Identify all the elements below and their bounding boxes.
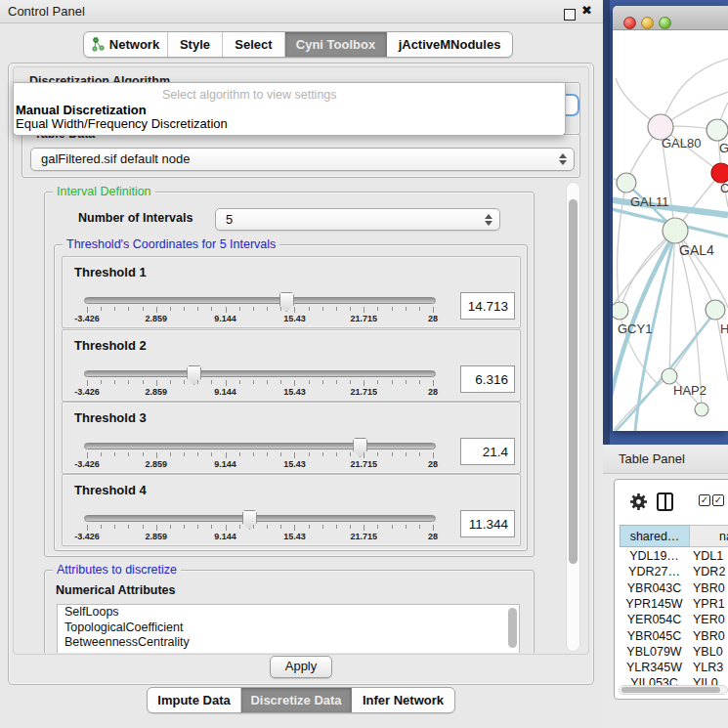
cell-shared-name[interactable]: YER054C <box>620 613 689 626</box>
tab-infer-network[interactable]: Infer Network <box>352 688 454 712</box>
table-row[interactable]: YDR27…YDR2 <box>615 565 728 580</box>
num-intervals-combobox[interactable]: 5 <box>215 208 500 231</box>
cell-name[interactable]: YPR1 <box>693 597 728 611</box>
apply-button[interactable]: Apply <box>270 656 332 678</box>
slider-tick <box>267 452 268 456</box>
window-minimize-button[interactable] <box>641 17 654 29</box>
attribute-list-item[interactable]: BetweennessCentrality <box>58 635 519 651</box>
slider-tick <box>377 380 378 384</box>
list-scrollbar-thumb[interactable] <box>508 608 517 648</box>
table-row[interactable]: YBL079WYBL0 <box>615 645 728 661</box>
threshold-value-field[interactable]: 14.713 <box>460 292 515 320</box>
tab-discretize-data[interactable]: Discretize Data <box>241 688 352 712</box>
node-gcy1[interactable] <box>613 302 628 320</box>
threshold-slider-thumb[interactable] <box>353 438 367 457</box>
gear-icon[interactable] <box>629 492 648 511</box>
threshold-slider-thumb[interactable] <box>187 365 201 385</box>
threshold-label: Threshold 3 <box>74 410 147 425</box>
close-panel-icon[interactable]: ✖ <box>581 3 592 18</box>
algorithm-placeholder-item[interactable]: Select algorithm to view settings <box>162 88 337 102</box>
float-panel-button[interactable] <box>564 9 576 21</box>
slider-tick <box>364 307 364 313</box>
settings-scrollbar-thumb[interactable] <box>569 199 578 564</box>
cell-name[interactable]: YLR3 <box>693 661 728 674</box>
threshold-slider-track[interactable] <box>84 297 436 304</box>
table-hscrollbar[interactable] <box>619 685 728 695</box>
node-gal4[interactable] <box>663 218 688 243</box>
tab-discretize-data-label: Discretize Data <box>250 693 341 707</box>
window-close-button[interactable] <box>623 17 636 29</box>
table-row[interactable]: YLR345WYLR3 <box>615 661 728 676</box>
cell-name[interactable]: YBL0 <box>693 645 728 659</box>
node-h[interactable] <box>706 300 725 320</box>
slider-tick <box>211 525 212 529</box>
table-row[interactable]: YBR043CYBR0 <box>615 581 728 597</box>
cell-shared-name[interactable]: YBR045C <box>620 629 689 643</box>
slider-tick <box>170 525 171 529</box>
slider-tick <box>406 307 407 311</box>
threshold-value-field[interactable]: 11.344 <box>460 510 515 537</box>
table-data-combobox[interactable]: galFiltered.sif default node <box>30 148 575 171</box>
slider-tick <box>170 452 171 456</box>
table-row[interactable]: YDL19…YDL1 <box>615 549 728 565</box>
attribute-list-item[interactable]: TopologicalCoefficient <box>58 621 519 636</box>
table-hscrollbar-thumb[interactable] <box>621 687 720 693</box>
algorithm-item-equal-width[interactable]: Equal Width/Frequency Discretization <box>16 116 228 131</box>
network-nodes[interactable] <box>613 114 728 416</box>
slider-tick-label: 15.43 <box>283 532 306 541</box>
tab-network[interactable]: Network <box>84 32 168 57</box>
desktop-edge-shadow <box>603 0 610 445</box>
threshold-slider-track[interactable] <box>84 370 436 377</box>
tab-jactivemnodules[interactable]: jActiveMNodules <box>387 32 512 57</box>
table-row[interactable]: YER054CYER0 <box>615 613 728 628</box>
threshold-slider-thumb[interactable] <box>242 510 257 530</box>
threshold-slider-track[interactable] <box>84 443 436 450</box>
cell-name[interactable]: YER0 <box>693 613 728 626</box>
tab-cyni-toolbox-label: Cyni Toolbox <box>296 37 375 52</box>
control-panel-title: Control Panel <box>8 4 85 19</box>
split-columns-icon[interactable] <box>657 492 673 511</box>
cell-name[interactable]: YDR2 <box>693 565 728 578</box>
slider-tick-label: 9.144 <box>214 387 236 397</box>
tab-cyni-toolbox[interactable]: Cyni Toolbox <box>285 32 387 57</box>
slider-tick-label: 9.144 <box>214 459 236 469</box>
node-partial[interactable] <box>695 403 708 416</box>
cell-shared-name[interactable]: YDL19… <box>620 549 689 563</box>
node-hap2[interactable] <box>662 368 677 384</box>
threshold-slider-track[interactable] <box>84 515 436 522</box>
slider-tick-label: 9.144 <box>214 532 236 541</box>
cell-shared-name[interactable]: YDR27… <box>620 565 689 578</box>
threshold-value-field[interactable]: 6.316 <box>460 365 515 393</box>
column-header-shared-name[interactable]: shared… <box>620 525 690 547</box>
network-window-titlebar[interactable] <box>613 6 728 30</box>
cell-name[interactable]: YBR0 <box>693 629 728 643</box>
table-row[interactable]: YBR045CYBR0 <box>615 629 728 645</box>
network-canvas[interactable]: GAL80 GA C GAL11 GAL4 GCY1 H HAP2 <box>613 29 728 431</box>
cell-shared-name[interactable]: YBL079W <box>620 645 689 659</box>
cell-name[interactable]: YDL1 <box>693 549 728 563</box>
checkbox-icon[interactable]: ✓ <box>699 494 710 506</box>
slider-tick <box>419 307 420 311</box>
threshold-value-field[interactable]: 21.4 <box>460 438 515 465</box>
cell-name[interactable]: YBR0 <box>693 581 728 595</box>
cell-shared-name[interactable]: YBR043C <box>620 581 689 595</box>
checkbox-icon[interactable]: ✓ <box>712 494 724 506</box>
algorithm-item-manual[interactable]: Manual Discretization <box>16 103 147 117</box>
node-gal11[interactable] <box>617 173 636 193</box>
tab-impute-data[interactable]: Impute Data <box>148 688 241 712</box>
window-zoom-button[interactable] <box>659 17 671 29</box>
settings-scrollbar[interactable] <box>566 182 580 652</box>
node-selected-red[interactable] <box>711 163 728 183</box>
slider-tick-label: 21.715 <box>350 387 377 397</box>
numerical-attributes-list[interactable]: SelfLoopsTopologicalCoefficientBetweenne… <box>57 604 520 653</box>
table-row[interactable]: YPR145WYPR1 <box>615 597 728 613</box>
tab-style[interactable]: Style <box>168 32 223 57</box>
table-panel-title: Table Panel <box>619 451 685 466</box>
attribute-list-item[interactable]: SelfLoops <box>58 605 519 621</box>
node-ga[interactable] <box>707 119 728 141</box>
cell-shared-name[interactable]: YPR145W <box>620 597 689 611</box>
num-intervals-value: 5 <box>226 212 233 227</box>
column-header-name[interactable]: name <box>689 525 728 547</box>
tab-select[interactable]: Select <box>223 32 285 57</box>
cell-shared-name[interactable]: YLR345W <box>620 661 689 674</box>
